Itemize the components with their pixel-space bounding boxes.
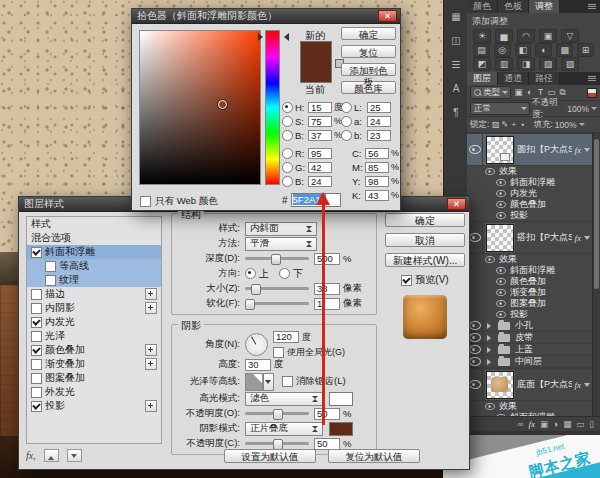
filter-pixel-icon[interactable]: ▣ — [513, 87, 524, 98]
lock-image-pixels-icon[interactable]: ✎ — [500, 120, 509, 129]
adjustment-levels-icon[interactable]: ▅ — [495, 29, 513, 43]
expand-group-icon[interactable] — [487, 323, 494, 329]
new-style-button[interactable]: 新建样式(W)... — [385, 253, 465, 267]
visibility-eye-icon[interactable] — [469, 380, 481, 389]
adjustment-brightness-contrast-icon[interactable]: ☀ — [473, 29, 491, 43]
styles-header[interactable]: 样式 — [27, 217, 161, 231]
adjustment-threshold-icon[interactable]: ◨ — [517, 57, 535, 71]
style-list-item[interactable]: 投影 — [27, 399, 161, 413]
field-input[interactable]: 25 — [367, 102, 391, 113]
field-input[interactable]: 15 — [308, 102, 332, 113]
style-item-checkbox[interactable] — [31, 247, 42, 258]
visibility-eye-icon[interactable] — [485, 403, 495, 410]
adjustment-invert-icon[interactable]: ◩ — [473, 57, 491, 71]
opacity-dropdown-icon[interactable] — [591, 107, 597, 113]
adjustment-color-balance-icon[interactable]: ◎ — [494, 43, 511, 57]
layer-mask-icon[interactable]: ▣ — [540, 418, 548, 431]
visibility-eye-icon[interactable] — [496, 201, 506, 208]
style-item-checkbox[interactable] — [45, 275, 56, 286]
reset-button[interactable]: 复位 — [341, 45, 396, 58]
field-input[interactable]: 56 — [365, 148, 389, 159]
new-layer-icon[interactable]: ▭ — [576, 418, 584, 431]
layer-thumbnail[interactable] — [486, 136, 514, 164]
saturation-brightness-field[interactable] — [139, 30, 261, 185]
character-panel-icon[interactable]: A — [444, 81, 468, 96]
visibility-eye-icon[interactable] — [469, 333, 481, 342]
style-list-item[interactable]: 内阴影 — [27, 301, 161, 315]
lock-transparent-pixels-icon[interactable]: ▨ — [491, 120, 500, 129]
blending-options-item[interactable]: 混合选项 — [27, 231, 161, 245]
visibility-eye-icon[interactable] — [496, 289, 506, 296]
gloss-contour-dropdown-icon[interactable] — [263, 373, 274, 391]
style-list-item[interactable]: 外发光 — [27, 385, 161, 399]
visibility-eye-icon[interactable] — [496, 414, 506, 416]
info-panel-icon[interactable]: ☰ — [444, 57, 468, 72]
layer-row[interactable]: 搭扣【P大点S】fx — [467, 221, 600, 254]
field-input[interactable]: 37 — [308, 130, 332, 141]
size-input[interactable]: 38 — [314, 283, 340, 295]
highlight-opacity-input[interactable]: 50 — [314, 408, 340, 420]
adjustment-curves-icon[interactable]: ◠ — [517, 29, 535, 43]
tab-调整[interactable]: 调整 — [529, 0, 560, 13]
collapse-effects-icon[interactable] — [584, 148, 590, 155]
style-item-checkbox[interactable] — [31, 401, 42, 412]
hue-marker-right-icon[interactable] — [280, 33, 289, 41]
delete-layer-icon[interactable]: ▯ — [589, 418, 594, 431]
filter-toggle[interactable] — [587, 88, 597, 98]
adjustment-gradient-map-icon[interactable]: ▧ — [539, 57, 557, 71]
style-item-checkbox[interactable] — [31, 303, 42, 314]
paragraph-panel-icon[interactable]: ¶ — [444, 105, 468, 120]
direction-down-radio[interactable] — [279, 268, 290, 279]
field-input[interactable]: 42 — [308, 162, 332, 173]
highlight-opacity-slider[interactable] — [245, 412, 309, 415]
field-radio[interactable] — [341, 116, 352, 127]
layer-effects-badge[interactable]: fx — [575, 145, 582, 155]
tab-色板[interactable]: 色板 — [498, 0, 529, 13]
add-to-swatches-button[interactable]: 添加到色板 — [341, 63, 396, 76]
highlight-color-swatch[interactable] — [329, 392, 353, 406]
group-row[interactable]: 中间层 — [467, 356, 600, 368]
tab-颜色[interactable]: 颜色 — [467, 0, 498, 13]
field-input[interactable]: 95 — [308, 148, 332, 159]
style-list-item[interactable]: 渐变叠加 — [27, 357, 161, 371]
adjustment-exposure-icon[interactable]: ▣ — [539, 29, 557, 43]
depth-input[interactable]: 500 — [314, 253, 340, 265]
field-input[interactable]: 75 — [308, 116, 332, 127]
visibility-eye-icon[interactable] — [469, 321, 481, 330]
ok-button[interactable]: 确定 — [385, 213, 465, 227]
adjustment-black-white-icon[interactable]: ◧ — [515, 43, 532, 57]
style-list-item[interactable]: 光泽 — [27, 329, 161, 343]
field-radio[interactable] — [282, 148, 293, 159]
color-field-marker[interactable] — [218, 100, 227, 109]
style-list-item[interactable]: 颜色叠加 — [27, 343, 161, 357]
style-list-item[interactable]: 等高线 — [27, 259, 161, 273]
field-radio[interactable] — [282, 102, 293, 113]
styles-panel-icon[interactable]: ◫ — [444, 33, 468, 48]
visibility-eye-icon[interactable] — [485, 168, 495, 175]
close-icon[interactable] — [378, 10, 397, 22]
visibility-eye-icon[interactable] — [469, 145, 481, 154]
tab-图层[interactable]: 图层 — [467, 72, 498, 85]
field-radio[interactable] — [341, 102, 352, 113]
field-radio[interactable] — [282, 130, 293, 141]
hue-slider[interactable] — [265, 30, 280, 185]
new-adjustment-layer-icon[interactable]: ◑ — [553, 418, 558, 431]
anti-alias-checkbox[interactable] — [282, 376, 293, 387]
collapse-effects-icon[interactable] — [584, 236, 590, 243]
visibility-eye-icon[interactable] — [469, 345, 481, 354]
expand-group-icon[interactable] — [487, 335, 494, 341]
new-group-icon[interactable]: ▦ — [563, 418, 571, 431]
field-input[interactable]: 43 — [365, 190, 389, 201]
web-colors-only-checkbox[interactable] — [140, 196, 151, 207]
layer-effects-badge[interactable]: fx — [575, 233, 582, 243]
style-item-checkbox[interactable] — [31, 331, 42, 342]
filter-type-select[interactable]: 类型 — [470, 86, 511, 99]
add-effect-instance-button[interactable] — [145, 344, 157, 356]
color-picker-titlebar[interactable]: 拾色器（斜面和浮雕阴影颜色） — [132, 9, 400, 24]
fill-value[interactable]: 100% — [555, 120, 577, 130]
layer-row[interactable]: 底面【P大点S】fx — [467, 368, 600, 401]
close-icon[interactable] — [447, 198, 466, 210]
use-global-light-checkbox[interactable] — [273, 347, 284, 358]
technique-select[interactable]: 平滑 — [245, 237, 317, 251]
layer-effects-badge[interactable]: fx — [575, 380, 582, 390]
